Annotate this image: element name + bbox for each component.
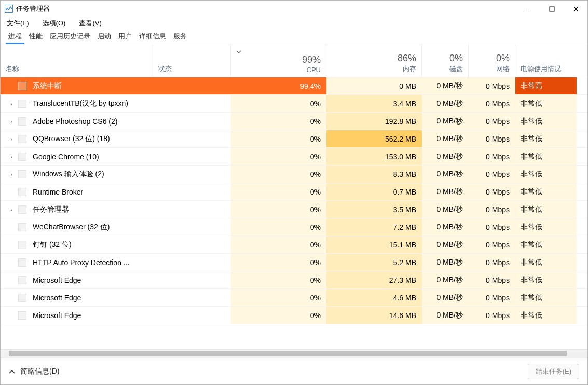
process-icon (18, 223, 26, 231)
col-header-name[interactable]: 名称 (1, 44, 153, 77)
process-name-cell: Microsoft Edge (1, 271, 153, 288)
col-header-memory[interactable]: 86% 内存 (326, 44, 422, 77)
memory-cell: 8.3 MB (326, 166, 422, 183)
horizontal-scrollbar[interactable] (1, 349, 587, 358)
power-cell: 非常低 (515, 95, 577, 112)
menu-file[interactable]: 文件(F) (5, 18, 31, 29)
process-name: QQBrowser (32 位) (18) (33, 134, 110, 144)
process-name: Adobe Photoshop CS6 (2) (33, 117, 117, 126)
table-row[interactable]: ›Adobe Photoshop CS6 (2)0%192.8 MB0 MB/秒… (1, 113, 587, 130)
svg-rect-2 (550, 7, 554, 11)
power-cell: 非常低 (515, 113, 577, 130)
table-row[interactable]: ›TranslucentTB(汉化 by tpxxn)0%3.4 MB0 MB/… (1, 95, 587, 113)
expand-icon[interactable]: › (8, 154, 15, 160)
network-summary: 0% (474, 53, 510, 64)
cpu-cell: 0% (231, 148, 326, 165)
col-header-disk[interactable]: 0% 磁盘 (422, 44, 469, 77)
maximize-button[interactable] (540, 1, 564, 17)
power-cell: 非常低 (515, 236, 577, 253)
expand-icon[interactable]: › (8, 118, 15, 125)
fewer-details-link[interactable]: 简略信息(D) (20, 367, 59, 376)
cpu-cell: 0% (231, 95, 326, 112)
process-name-cell: ›QQBrowser (32 位) (18) (1, 130, 153, 147)
network-cell: 0 Mbps (469, 307, 515, 324)
tab-5[interactable]: 详细信息 (135, 29, 170, 44)
process-name: Microsoft Edge (33, 276, 81, 284)
cpu-cell: 0% (231, 218, 326, 236)
table-row[interactable]: ›Windows 输入体验 (2)0%8.3 MB0 MB/秒0 Mbps非常低 (1, 166, 587, 183)
menu-options[interactable]: 选项(O) (40, 18, 68, 29)
cpu-cell: 0% (231, 271, 326, 288)
cpu-cell: 0% (231, 166, 326, 183)
status-cell (153, 77, 231, 94)
tab-2[interactable]: 应用历史记录 (46, 29, 94, 44)
cpu-cell: 0% (231, 201, 326, 218)
network-cell: 0 Mbps (469, 113, 515, 130)
expand-icon[interactable]: › (8, 171, 15, 177)
network-cell: 0 Mbps (469, 77, 515, 94)
cpu-cell: 0% (231, 113, 326, 130)
expand-icon[interactable]: › (8, 101, 15, 107)
tab-3[interactable]: 启动 (94, 29, 115, 44)
close-button[interactable] (564, 1, 587, 17)
col-disk-label: 磁盘 (427, 64, 463, 74)
process-name: WeChatBrowser (32 位) (33, 223, 110, 232)
table-row[interactable]: Microsoft Edge0%4.6 MB0 MB/秒0 Mbps非常低 (1, 289, 587, 307)
process-icon (18, 153, 26, 161)
end-task-button[interactable]: 结束任务(E) (528, 364, 579, 379)
table-row[interactable]: ›Google Chrome (10)0%153.0 MB0 MB/秒0 Mbp… (1, 148, 587, 166)
sort-chevron-icon (236, 47, 241, 55)
table-row[interactable]: ›QQBrowser (32 位) (18)0%562.2 MB0 MB/秒0 … (1, 130, 587, 148)
status-cell (153, 271, 231, 288)
cpu-summary: 99% (236, 54, 321, 66)
memory-cell: 27.3 MB (326, 271, 422, 288)
process-name: Windows 输入体验 (2) (33, 170, 104, 179)
process-table[interactable]: 系统中断99.4%0 MB0 MB/秒0 Mbps非常高›Translucent… (1, 77, 587, 349)
tab-0[interactable]: 进程 (5, 29, 25, 44)
table-row[interactable]: ›任务管理器0%3.5 MB0 MB/秒0 Mbps非常低 (1, 201, 587, 218)
table-row[interactable]: WeChatBrowser (32 位)0%7.2 MB0 MB/秒0 Mbps… (1, 218, 587, 236)
disk-cell: 0 MB/秒 (422, 95, 469, 112)
process-name-cell: HTTP Auto Proxy Detection ... (1, 254, 153, 271)
memory-cell: 7.2 MB (326, 218, 422, 236)
expand-icon[interactable]: › (8, 207, 15, 213)
tab-1[interactable]: 性能 (25, 29, 46, 44)
status-cell (153, 289, 231, 306)
table-row[interactable]: Microsoft Edge0%27.3 MB0 MB/秒0 Mbps非常低 (1, 271, 587, 289)
menu-view[interactable]: 查看(V) (77, 18, 103, 29)
expand-icon[interactable]: › (8, 136, 15, 142)
power-cell: 非常低 (515, 130, 577, 147)
col-header-status[interactable]: 状态 (153, 44, 231, 77)
memory-summary: 86% (332, 53, 416, 64)
network-cell: 0 Mbps (469, 254, 515, 271)
network-cell: 0 Mbps (469, 236, 515, 253)
col-header-power[interactable]: 电源使用情况 (515, 44, 587, 77)
cpu-cell: 0% (231, 130, 326, 147)
column-headers: 名称 状态 99% CPU 86% 内存 0% 磁盘 0% 网络 电源使用情况 (1, 44, 587, 77)
col-header-network[interactable]: 0% 网络 (469, 44, 515, 77)
table-row[interactable]: Runtime Broker0%0.7 MB0 MB/秒0 Mbps非常低 (1, 183, 587, 201)
process-icon (18, 276, 26, 284)
status-cell (153, 254, 231, 271)
chevron-up-icon[interactable] (9, 367, 15, 376)
power-cell: 非常低 (515, 166, 577, 183)
table-row[interactable]: 钉钉 (32 位)0%15.1 MB0 MB/秒0 Mbps非常低 (1, 236, 587, 254)
memory-cell: 562.2 MB (326, 130, 422, 147)
network-cell: 0 Mbps (469, 95, 515, 112)
memory-cell: 14.6 MB (326, 307, 422, 324)
col-status-label: 状态 (158, 64, 225, 74)
table-row[interactable]: Microsoft Edge0%14.6 MB0 MB/秒0 Mbps非常低 (1, 307, 587, 324)
network-cell: 0 Mbps (469, 166, 515, 183)
footer: 简略信息(D) 结束任务(E) (1, 358, 587, 384)
tab-4[interactable]: 用户 (115, 29, 135, 44)
app-icon (5, 5, 13, 13)
table-row[interactable]: HTTP Auto Proxy Detection ...0%5.2 MB0 M… (1, 254, 587, 271)
process-name-cell: WeChatBrowser (32 位) (1, 218, 153, 236)
disk-cell: 0 MB/秒 (422, 201, 469, 218)
table-row[interactable]: 系统中断99.4%0 MB0 MB/秒0 Mbps非常高 (1, 77, 587, 95)
process-icon (18, 188, 26, 196)
tab-6[interactable]: 服务 (170, 29, 190, 44)
minimize-button[interactable] (516, 1, 540, 17)
col-header-cpu[interactable]: 99% CPU (231, 44, 326, 77)
col-cpu-label: CPU (236, 66, 321, 74)
